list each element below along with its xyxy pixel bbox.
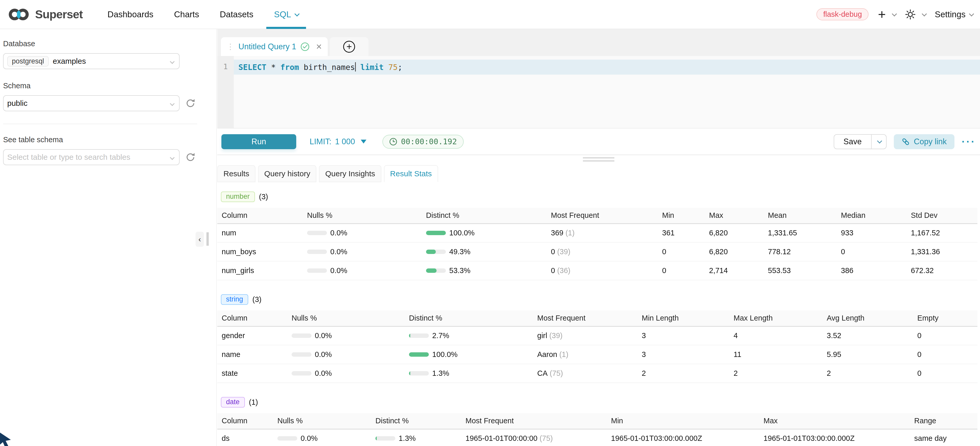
save-button[interactable]: Save <box>834 135 872 149</box>
chevron-down-icon <box>170 155 174 160</box>
add-query-tab-button[interactable]: + <box>343 41 355 53</box>
line-number: 1 <box>223 62 228 71</box>
type-tag-string: string <box>221 294 248 305</box>
check-circle-icon <box>300 42 310 51</box>
cell-max-length: 11 <box>729 345 822 364</box>
more-actions-button[interactable]: ··· <box>962 139 976 144</box>
copy-link-button[interactable]: Copy link <box>894 134 955 149</box>
cell-stddev: 1,331.36 <box>907 242 977 261</box>
drag-handle-icon[interactable]: ⋮ <box>227 42 234 51</box>
run-button[interactable]: Run <box>221 134 296 149</box>
database-label: Database <box>3 40 216 48</box>
cell-most-frequent: girl(39) <box>533 326 637 345</box>
table-select[interactable]: Select table or type to search tables <box>3 149 180 165</box>
editor-gutter: 1 <box>217 56 234 128</box>
progress-bar <box>426 268 446 273</box>
table-row: name 0.0% 100.0% Aaron(1) 3 11 5.95 0 <box>217 345 977 364</box>
query-tabstrip: ⋮ Untitled Query 1 ✕ + <box>217 29 980 56</box>
table-header-row: Column Nulls % Distinct % Most Frequent … <box>217 208 977 223</box>
tab-query-insights[interactable]: Query Insights <box>319 165 381 182</box>
progress-bar <box>426 231 446 235</box>
cell-distinct: 2.7% <box>404 326 533 345</box>
settings-menu[interactable]: Settings <box>935 10 973 19</box>
refresh-icon[interactable] <box>185 97 196 109</box>
tab-results[interactable]: Results <box>217 165 255 182</box>
environment-badge: flask-debug <box>816 8 869 21</box>
cell-distinct: 100.0% <box>404 345 533 364</box>
editor-code-area[interactable]: SELECT * from birth_names limit 75; <box>234 56 980 128</box>
table-row: num_girls 0.0% 53.3% 0(36) 0 2,714 553.5… <box>217 261 977 280</box>
panel-resize-handle[interactable] <box>207 232 209 246</box>
cell-min: 361 <box>658 223 705 242</box>
string-stats-table: Column Nulls % Distinct % Most Frequent … <box>217 311 977 383</box>
cell-max: 1965-01-01T03:00:00.000Z <box>759 429 910 446</box>
nav-item-datasets[interactable]: Datasets <box>210 0 264 29</box>
progress-bar <box>409 371 429 376</box>
theme-toggle[interactable] <box>905 9 926 20</box>
cell-mean: 1,331.65 <box>764 223 837 242</box>
clock-icon <box>389 138 398 146</box>
sqllab-left-panel: Database postgresql examples Schema publ… <box>0 29 217 446</box>
schema-label: Schema <box>3 81 216 90</box>
limit-dropdown[interactable]: LIMIT: 1 000 <box>310 137 366 147</box>
navbar-right: flask-debug + Settings <box>816 8 973 21</box>
cell-column: num_girls <box>217 261 303 280</box>
table-select-placeholder: Select table or type to search tables <box>7 153 130 162</box>
progress-bar <box>291 371 312 376</box>
date-stats-table: Column Nulls % Distinct % Most Frequent … <box>217 413 977 446</box>
save-options-button[interactable] <box>872 135 886 149</box>
chevron-down-icon <box>170 59 174 64</box>
refresh-icon[interactable] <box>185 151 196 163</box>
query-tab-title: Untitled Query 1 <box>239 42 296 51</box>
table-schema-label: See table schema <box>3 135 216 144</box>
collapse-sidebar-button[interactable]: ‹ <box>196 232 204 247</box>
db-engine-chip: postgresql <box>7 56 49 67</box>
tab-query-history[interactable]: Query history <box>258 165 317 182</box>
cell-most-frequent: 369(1) <box>547 223 658 242</box>
cell-mean: 778.12 <box>764 242 837 261</box>
schema-select[interactable]: public <box>3 95 180 111</box>
column-count: (3) <box>252 295 261 304</box>
cell-min-length: 2 <box>637 364 729 383</box>
cell-nulls: 0.0% <box>303 242 422 261</box>
cell-min: 0 <box>658 261 705 280</box>
superset-logo[interactable]: Superset <box>7 7 83 22</box>
cell-median: 386 <box>837 261 907 280</box>
cell-max-length: 2 <box>729 364 822 383</box>
results-tabbar: Results Query history Query Insights Res… <box>217 165 980 182</box>
new-item-button[interactable]: + <box>878 9 896 20</box>
cell-nulls: 0.0% <box>287 364 404 383</box>
sql-editor[interactable]: 1 SELECT * from birth_names limit 75; <box>217 56 980 129</box>
mouse-cursor <box>0 431 13 446</box>
cell-distinct: 49.3% <box>422 242 547 261</box>
splitter-drag-handle[interactable] <box>583 157 614 163</box>
sqllab-main: ⋮ Untitled Query 1 ✕ + 1 SELECT * from b… <box>217 29 980 446</box>
cell-avg-length: 3.52 <box>822 326 913 345</box>
cell-most-frequent: Aaron(1) <box>533 345 637 364</box>
database-select[interactable]: postgresql examples <box>3 53 180 69</box>
nav-item-dashboards[interactable]: Dashboards <box>97 0 164 29</box>
cell-min-length: 3 <box>637 326 729 345</box>
limit-value: 1 000 <box>335 137 355 147</box>
chevron-down-icon <box>922 11 927 16</box>
superset-infinity-icon <box>7 7 31 22</box>
progress-bar <box>277 436 297 441</box>
table-row: num 0.0% 100.0% 369(1) 361 6,820 1,331.6… <box>217 223 977 242</box>
link-icon <box>902 138 910 146</box>
top-navbar: Superset Dashboards Charts Datasets SQL … <box>0 0 980 29</box>
cell-mean: 553.53 <box>764 261 837 280</box>
nav-item-charts[interactable]: Charts <box>164 0 210 29</box>
chevron-down-icon <box>877 139 882 143</box>
sql-statement: SELECT * from birth_names limit 75; <box>234 56 980 72</box>
tab-result-stats[interactable]: Result Stats <box>384 165 438 182</box>
cell-distinct: 1.3% <box>404 364 533 383</box>
nav-item-sql[interactable]: SQL <box>264 0 309 29</box>
query-tab[interactable]: ⋮ Untitled Query 1 ✕ <box>221 37 328 56</box>
progress-bar <box>307 231 327 235</box>
chevron-down-icon <box>969 11 974 16</box>
close-icon[interactable]: ✕ <box>316 42 322 51</box>
progress-bar <box>307 250 327 254</box>
table-row: state 0.0% 1.3% CA(75) 2 2 2 0 <box>217 364 977 383</box>
column-count: (3) <box>259 193 268 201</box>
table-row: num_boys 0.0% 49.3% 0(39) 0 6,820 778.12… <box>217 242 977 261</box>
